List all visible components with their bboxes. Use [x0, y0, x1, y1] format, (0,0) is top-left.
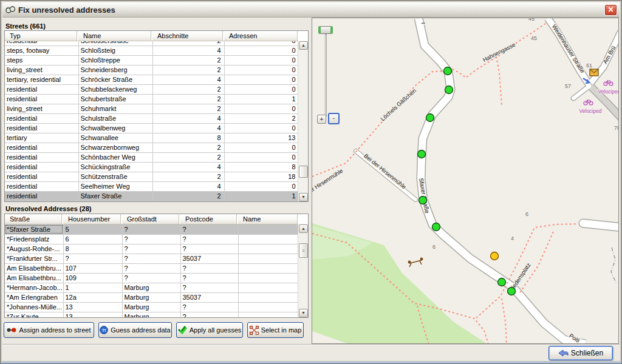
- table-cell[interactable]: 13: [224, 133, 299, 143]
- table-cell[interactable]: Schröcker Straße: [78, 75, 152, 84]
- col-abschnitte[interactable]: Abschnitte: [152, 31, 224, 41]
- zoom-slider-handle[interactable]: [318, 26, 333, 34]
- table-cell[interactable]: Schubertstraße: [78, 94, 152, 104]
- table-cell[interactable]: 13: [63, 312, 122, 318]
- address-marker-green[interactable]: [432, 223, 440, 231]
- table-cell[interactable]: 107: [63, 263, 122, 273]
- table-cell[interactable]: 109: [63, 273, 122, 283]
- table-cell[interactable]: 6: [63, 234, 122, 244]
- table-cell[interactable]: ?: [122, 244, 180, 254]
- scroll-up-icon[interactable]: ▲: [299, 41, 308, 50]
- table-cell[interactable]: 4: [152, 46, 224, 55]
- table-cell[interactable]: Schneidersberg: [78, 65, 152, 75]
- table-row[interactable]: residentialSchulstraße42: [5, 113, 299, 123]
- table-cell[interactable]: Marburg: [122, 283, 180, 292]
- table-row[interactable]: residentialSchönbacher Weg20: [5, 152, 299, 162]
- table-cell[interactable]: 0: [224, 65, 299, 75]
- table-row[interactable]: residentialSeelheimer Weg40: [5, 181, 299, 191]
- table-cell[interactable]: ?: [122, 234, 180, 244]
- table-cell[interactable]: living_street: [5, 65, 78, 75]
- table-cell[interactable]: *Hermann-Jacob...: [5, 283, 63, 292]
- table-row[interactable]: Am Elisabethbru...107??: [5, 263, 299, 273]
- table-cell[interactable]: Schulstraße: [78, 113, 152, 123]
- table-cell[interactable]: 0: [224, 143, 299, 152]
- table-cell[interactable]: Schückingstraße: [78, 162, 152, 172]
- table-row[interactable]: tertiarySchwanallee813: [5, 133, 299, 143]
- address-marker-green[interactable]: [498, 278, 506, 286]
- table-cell[interactable]: 4: [152, 181, 224, 191]
- table-cell[interactable]: ?: [180, 234, 238, 244]
- table-cell[interactable]: [238, 244, 299, 254]
- map-canvas[interactable]: Velociped Velociped r Löchels Gäßchen Ha…: [312, 18, 619, 344]
- col-grossstadt[interactable]: Großstadt: [122, 214, 180, 224]
- table-cell[interactable]: *August-Rohde-...: [5, 244, 63, 254]
- table-cell[interactable]: 0: [224, 104, 299, 113]
- table-cell[interactable]: tertiary: [5, 133, 78, 143]
- table-row[interactable]: tertiary, residentialSchröcker Straße40: [5, 75, 299, 84]
- assign-address-button[interactable]: Assign address to street: [4, 322, 94, 338]
- table-cell[interactable]: [238, 292, 299, 302]
- table-cell[interactable]: 0: [224, 55, 299, 65]
- table-cell[interactable]: 0: [224, 46, 299, 55]
- table-row[interactable]: residentialSchubertstraße21: [5, 94, 299, 104]
- address-marker-yellow[interactable]: [491, 252, 499, 260]
- table-cell[interactable]: ?: [180, 302, 238, 312]
- table-cell[interactable]: ?: [122, 273, 180, 283]
- table-row[interactable]: residentialSfaxer Straße21: [5, 191, 299, 201]
- table-cell[interactable]: 5: [63, 224, 122, 234]
- table-cell[interactable]: residential: [5, 143, 78, 152]
- close-window-button[interactable]: ✕: [604, 4, 617, 16]
- table-cell[interactable]: Schwalbenweg: [78, 123, 152, 133]
- table-cell[interactable]: residential: [5, 191, 78, 201]
- table-cell[interactable]: Marburg: [122, 302, 180, 312]
- table-cell[interactable]: [238, 312, 299, 318]
- table-row[interactable]: residentialSchützenstraße218: [5, 172, 299, 181]
- table-cell[interactable]: *Am Erlengraben: [5, 292, 63, 302]
- zoom-slider-track[interactable]: [325, 34, 327, 116]
- table-cell[interactable]: 2: [152, 191, 224, 201]
- table-cell[interactable]: 1: [224, 191, 299, 201]
- table-cell[interactable]: Schloßtreppe: [78, 55, 152, 65]
- map-view[interactable]: Velociped Velociped r Löchels Gäßchen Ha…: [312, 18, 619, 344]
- table-row[interactable]: stepsSchloßtreppe20: [5, 55, 299, 65]
- table-cell[interactable]: ?: [180, 224, 238, 234]
- table-cell[interactable]: 0: [224, 84, 299, 94]
- table-cell[interactable]: tertiary, residential: [5, 75, 78, 84]
- table-row[interactable]: *Hermann-Jacob...1Marburg?: [5, 283, 299, 292]
- table-cell[interactable]: 2: [152, 55, 224, 65]
- table-row[interactable]: *August-Rohde-...8??: [5, 244, 299, 254]
- table-cell[interactable]: living_street: [5, 104, 78, 113]
- scroll-down-icon[interactable]: ▼: [299, 309, 308, 317]
- table-cell[interactable]: Schuhmarkt: [78, 104, 152, 113]
- table-cell[interactable]: 13: [63, 302, 122, 312]
- table-cell[interactable]: *Frankfurter Str...: [5, 254, 63, 263]
- table-row[interactable]: *Am Erlengraben12aMarburg35037: [5, 292, 299, 302]
- col-postcode[interactable]: Postcode: [180, 214, 238, 224]
- table-cell[interactable]: 35037: [180, 292, 238, 302]
- guess-address-button[interactable]: ?! Guess address data: [98, 322, 172, 338]
- col-adressen[interactable]: Adressen: [224, 31, 299, 41]
- table-cell[interactable]: [238, 273, 299, 283]
- table-cell[interactable]: 8: [63, 244, 122, 254]
- col-strasse[interactable]: Straße: [5, 214, 63, 224]
- table-cell[interactable]: [238, 263, 299, 273]
- table-cell[interactable]: residential: [5, 113, 78, 123]
- table-row[interactable]: residentialSchubbelackerweg20: [5, 84, 299, 94]
- table-cell[interactable]: *Sfaxer Straße: [5, 224, 63, 234]
- zoom-out-button[interactable]: -: [328, 113, 340, 124]
- table-cell[interactable]: 2: [152, 172, 224, 181]
- col-housenumber[interactable]: Housenumber: [63, 214, 122, 224]
- table-cell[interactable]: 2: [152, 143, 224, 152]
- table-cell[interactable]: residential: [5, 152, 78, 162]
- table-row[interactable]: residentialSchlosserstraße20: [5, 41, 299, 46]
- table-cell[interactable]: Sfaxer Straße: [78, 191, 152, 201]
- title-bar[interactable]: Fix unresolved addresses ✕: [2, 2, 620, 18]
- table-cell[interactable]: 0: [224, 41, 299, 46]
- table-cell[interactable]: 1: [224, 94, 299, 104]
- streets-scrollbar[interactable]: ▲ ▼: [298, 41, 308, 202]
- address-marker-green[interactable]: [419, 197, 427, 204]
- table-cell[interactable]: ?: [180, 263, 238, 273]
- table-cell[interactable]: 0: [224, 123, 299, 133]
- table-cell[interactable]: 0: [224, 181, 299, 191]
- address-marker-green[interactable]: [445, 86, 453, 94]
